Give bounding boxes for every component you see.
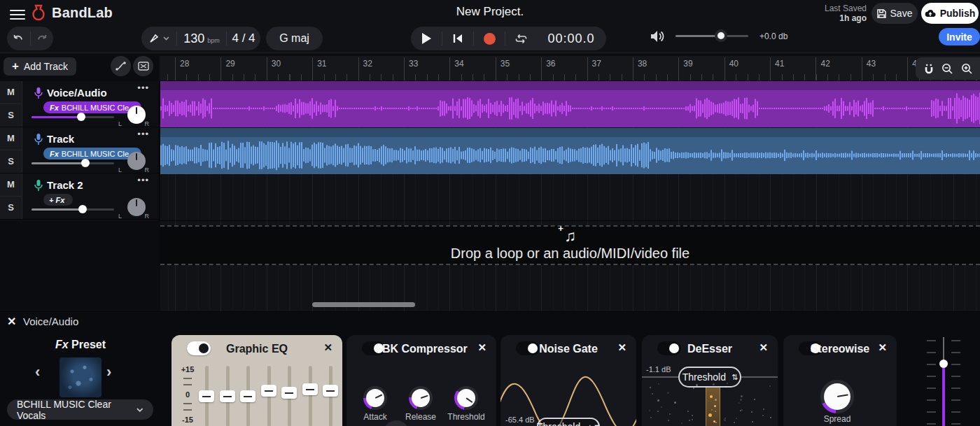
stereowise-close-button[interactable]: ✕ xyxy=(878,341,887,354)
track-menu-button[interactable]: ••• xyxy=(137,129,149,139)
star-dot xyxy=(657,399,659,402)
snap-magnet-toggle-icon[interactable] xyxy=(923,63,934,74)
track-name[interactable]: Track 2 xyxy=(47,179,83,191)
ruler-bar-label[interactable]: 37 xyxy=(587,57,633,81)
gate-threshold-button[interactable]: Threshold▲▼ xyxy=(537,418,600,426)
deesser-threshold-button[interactable]: Threshold⇅ xyxy=(678,367,741,388)
undo-button[interactable] xyxy=(7,27,30,50)
eq-band-slider[interactable] xyxy=(220,366,235,426)
track-name[interactable]: Track xyxy=(47,133,74,145)
automation-button[interactable] xyxy=(111,56,131,76)
track-row[interactable]: M S Track 2 ••• + Fx L R xyxy=(0,173,159,220)
ruler-bar-label[interactable]: 42 xyxy=(816,57,861,81)
ruler-bar-label[interactable]: 41 xyxy=(770,57,816,81)
drop-zone[interactable]: +♫ Drop a loop or an audio/MIDI/video fi… xyxy=(160,225,980,265)
region-header[interactable] xyxy=(160,128,980,137)
ruler-bar-label[interactable]: 33 xyxy=(404,57,449,81)
solo-button[interactable]: S xyxy=(0,104,22,127)
master-fader[interactable] xyxy=(924,337,963,426)
track-volume-slider[interactable] xyxy=(31,205,114,213)
eq-band-slider[interactable] xyxy=(199,366,214,426)
eq-band-slider[interactable] xyxy=(281,366,297,426)
track-menu-button[interactable]: ••• xyxy=(137,83,149,93)
redo-button[interactable] xyxy=(30,27,53,50)
snap-button[interactable] xyxy=(141,27,176,50)
save-button[interactable]: Save xyxy=(872,3,918,24)
zoom-out-icon[interactable] xyxy=(941,63,953,75)
preset-artwork[interactable] xyxy=(59,357,102,397)
record-button[interactable] xyxy=(474,27,505,50)
ruler-bar-label[interactable]: 36 xyxy=(541,57,587,81)
ruler-bar-label[interactable]: 28 xyxy=(175,57,220,81)
track-pan-knob[interactable]: L R xyxy=(118,105,149,126)
audio-region-track[interactable] xyxy=(160,128,980,174)
lane-voice-audio[interactable] xyxy=(160,81,980,127)
eq-band-slider[interactable] xyxy=(261,366,276,426)
star-dot xyxy=(696,384,698,386)
add-track-button[interactable]: + Add Track xyxy=(4,57,76,76)
arrangement-area[interactable]: +♫ Drop a loop or an audio/MIDI/video fi… xyxy=(160,81,980,311)
skip-to-start-button[interactable] xyxy=(442,27,473,50)
mute-button[interactable]: M xyxy=(0,127,22,150)
release-knob[interactable] xyxy=(412,389,430,407)
solo-button[interactable]: S xyxy=(0,150,22,173)
publish-button[interactable]: Publish xyxy=(921,3,979,24)
track-menu-button[interactable]: ••• xyxy=(137,175,149,185)
track-volume-slider[interactable] xyxy=(31,113,114,121)
ruler-bar-label[interactable]: 35 xyxy=(496,57,541,81)
track-volume-slider[interactable] xyxy=(31,159,114,167)
threshold-knob[interactable] xyxy=(457,389,475,407)
preset-dropdown[interactable]: BCHILL MUSIC Clear Vocals xyxy=(7,399,153,420)
track-pan-knob[interactable]: L R xyxy=(118,151,149,172)
bpm-control[interactable]: 130 bpm xyxy=(177,27,226,50)
region-header[interactable] xyxy=(160,81,980,90)
track-row[interactable]: M S Track ••• FxBCHILL MUSIC Cle... L R xyxy=(0,127,159,173)
compressor-close-button[interactable]: ✕ xyxy=(477,341,486,354)
microphone-icon xyxy=(34,133,43,145)
fader-handle[interactable] xyxy=(939,360,948,368)
lane-track-2[interactable] xyxy=(160,175,980,221)
noise-gate-close-button[interactable]: ✕ xyxy=(617,341,626,354)
audio-region-voice[interactable] xyxy=(160,81,980,127)
ruler-bar-label[interactable]: 30 xyxy=(267,57,312,81)
mute-button[interactable]: M xyxy=(0,173,22,197)
horizontal-scrollbar[interactable] xyxy=(312,302,415,307)
track-pan-knob[interactable]: L R xyxy=(118,197,149,218)
fx-panel-close-button[interactable]: ✕ xyxy=(7,315,16,328)
track-row[interactable]: M S Voice/Audio ••• FxBCHILL MUSIC Cle..… xyxy=(0,81,159,127)
stereowise-card: Stereowise ✕ Spread xyxy=(783,335,897,426)
attack-knob[interactable] xyxy=(366,389,384,407)
track-add-fx-pill[interactable]: + Fx xyxy=(43,194,73,206)
master-volume-slider[interactable] xyxy=(676,35,748,37)
lane-track[interactable] xyxy=(160,128,980,174)
midi-editor-button[interactable] xyxy=(133,56,153,76)
ruler-bar-label[interactable]: 32 xyxy=(358,57,404,81)
solo-button[interactable]: S xyxy=(0,197,22,220)
ruler-bar-label[interactable]: 40 xyxy=(724,57,770,81)
invite-button[interactable]: Invite xyxy=(939,28,980,45)
master-mute-button[interactable] xyxy=(650,30,665,43)
time-signature-control[interactable]: 4 / 4 xyxy=(227,27,260,50)
play-button[interactable] xyxy=(411,27,442,50)
key-control[interactable]: G maj xyxy=(266,27,323,50)
eq-band-slider[interactable] xyxy=(323,366,338,426)
spread-knob[interactable] xyxy=(824,383,850,410)
preset-next-button[interactable]: › xyxy=(106,363,111,381)
deesser-close-button[interactable]: ✕ xyxy=(759,341,768,354)
ruler-bar-label[interactable]: 39 xyxy=(678,57,724,81)
eq-band-slider[interactable] xyxy=(302,366,318,426)
zoom-in-icon[interactable] xyxy=(961,63,973,75)
ruler-bar-label[interactable]: 43 xyxy=(862,57,907,81)
ruler-bar-label[interactable]: 34 xyxy=(449,57,495,81)
track-name[interactable]: Voice/Audio xyxy=(47,87,107,99)
mute-button[interactable]: M xyxy=(0,81,22,104)
preset-prev-button[interactable]: ‹ xyxy=(35,363,40,381)
ruler-bar-label[interactable]: 38 xyxy=(633,57,678,81)
ruler-bar-label[interactable]: 29 xyxy=(220,57,266,81)
loop-button[interactable] xyxy=(505,27,536,50)
ruler-bar-label[interactable]: 31 xyxy=(312,57,358,81)
master-volume-knob[interactable] xyxy=(715,29,727,42)
eq-band-slider[interactable] xyxy=(240,366,255,426)
timeline-ruler[interactable]: 2829303132333435363738394041424344 xyxy=(160,56,980,81)
graphic-eq-close-button[interactable]: ✕ xyxy=(323,341,332,354)
